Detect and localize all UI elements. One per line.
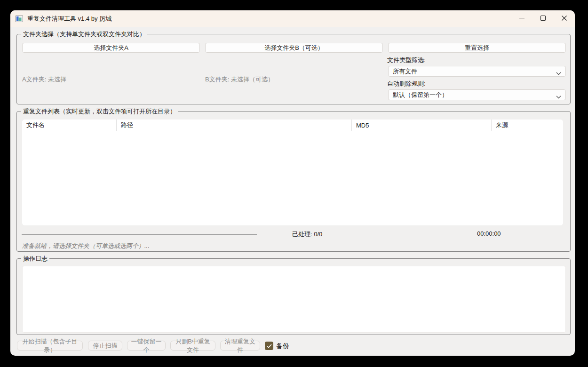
file-type-filter-select[interactable]: 所有文件 [388,66,566,77]
column-header-path[interactable]: 路径 [116,120,351,131]
reset-selection-button[interactable]: 重置选择 [388,43,566,53]
checkmark-icon [267,342,272,350]
delete-rule-label: 自动删除规则: [387,80,426,88]
close-button[interactable] [554,10,575,27]
delete-b-duplicates-button[interactable]: 只删B中重复文件 [170,341,215,351]
folder-selection-group-title: 文件夹选择（支持单文件夹或双文件夹对比） [21,30,147,38]
window-title: 重复文件清理工具 v1.4 by 厉城 [27,15,111,23]
table-body[interactable] [22,131,563,225]
operation-log-group: 操作日志 [16,258,571,335]
file-type-filter-label: 文件类型筛选: [387,56,426,64]
log-textarea[interactable] [22,266,566,333]
elapsed-time: 00:00:00 [477,230,501,237]
close-icon [561,15,567,23]
backup-checkbox-label[interactable]: 备份 [276,342,289,351]
start-scan-button[interactable]: 开始扫描（包含子目录） [17,341,83,351]
app-window: 重复文件清理工具 v1.4 by 厉城 [10,10,575,356]
duplicate-list-group-title: 重复文件列表（实时更新，双击文件项可打开所在目录） [21,107,178,115]
delete-rule-value: 默认（保留第一个） [393,91,448,99]
minimize-button[interactable] [511,10,532,27]
clean-duplicates-button[interactable]: 清理重复文件 [220,341,260,351]
keep-one-button[interactable]: 一键保留一个 [127,341,166,351]
titlebar: 重复文件清理工具 v1.4 by 厉城 [10,10,575,27]
maximize-icon [540,15,546,23]
column-header-source[interactable]: 来源 [491,120,563,131]
duplicate-list-group: 重复文件列表（实时更新，双击文件项可打开所在目录） 文件名 路径 MD5 来源 … [16,111,571,252]
file-type-filter-value: 所有文件 [393,67,417,76]
minimize-icon [519,15,525,23]
progress-bar [22,234,257,235]
select-folder-b-button[interactable]: 选择文件夹B（可选） [205,43,383,53]
delete-rule-select[interactable]: 默认（保留第一个） [388,89,566,100]
folder-selection-group: 文件夹选择（支持单文件夹或双文件夹对比） 选择文件夹A 选择文件夹B（可选） 重… [16,34,571,104]
stop-scan-button[interactable]: 停止扫描 [88,341,122,351]
desktop-background: 重复文件清理工具 v1.4 by 厉城 [0,0,588,367]
caption-buttons [511,10,575,27]
app-icon [16,16,23,22]
chevron-down-icon [556,93,561,100]
maximize-button[interactable] [532,10,554,27]
table-header: 文件名 路径 MD5 来源 [22,120,563,131]
chevron-down-icon [556,70,561,77]
duplicate-file-table[interactable]: 文件名 路径 MD5 来源 [22,120,563,225]
folder-a-status: A文件夹: 未选择 [22,75,66,84]
folder-b-status: B文件夹: 未选择（可选） [205,75,274,84]
column-header-md5[interactable]: MD5 [351,120,491,131]
backup-checkbox[interactable] [265,342,273,350]
select-folder-a-button[interactable]: 选择文件夹A [22,43,200,53]
status-message: 准备就绪，请选择文件夹（可单选或选两个）... [22,242,150,250]
operation-log-group-title: 操作日志 [21,255,49,263]
column-header-filename[interactable]: 文件名 [22,120,116,131]
processed-counter: 已处理: 0/0 [292,230,322,239]
